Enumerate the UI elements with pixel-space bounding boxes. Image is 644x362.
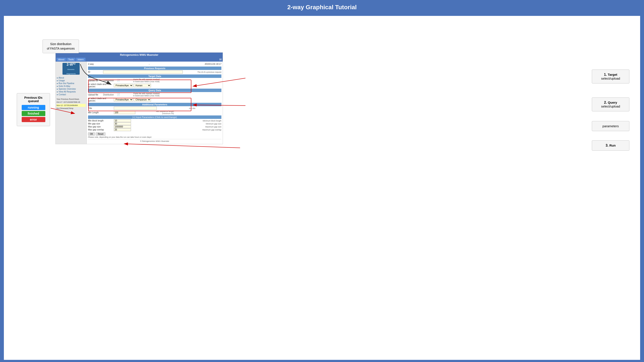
sidebar-species-overview[interactable]: Species Overview <box>56 87 86 90</box>
min-block-label: Min block length <box>88 119 114 122</box>
tooltip-size-distribution: Size distribution of FASTA sequences <box>42 39 79 53</box>
min-length-input[interactable] <box>114 111 135 114</box>
nav-tools[interactable]: Tools <box>66 58 76 61</box>
prev-run-1[interactable]: Oct-17: 1571332697898 Afr <box>56 101 80 103</box>
job-id: 2-way <box>88 63 94 65</box>
query-number: 2. <box>604 101 607 104</box>
target-sublabel: select/upload <box>601 77 620 80</box>
title-input[interactable] <box>114 107 157 110</box>
target-select-row: or select clade and species Primates/Ape… <box>88 83 222 88</box>
run-number: 3. <box>606 144 608 147</box>
webapp-title-bar: Retrogenomics WWU Muenster <box>56 52 223 57</box>
sidebar-about[interactable]: About <box>56 76 86 79</box>
additional-params-header: Additional Parameters <box>88 103 222 106</box>
target-file-icon[interactable]: 📄 <box>117 79 120 82</box>
min-block-right: Minimum block length <box>131 120 222 122</box>
title-row: Title Job title <box>88 107 222 110</box>
min-gap-input[interactable] <box>114 122 131 125</box>
max-gap-overlap-right: Maximum gap overlap <box>131 129 222 131</box>
page-title: 2-way Graphical Tutorial <box>0 4 644 11</box>
min-block-row: Min block length Minimum block length <box>88 119 222 122</box>
target-select-label: or select clade and species <box>88 83 114 88</box>
target-upload-right: Fasta file with repeats masked in lowerc… <box>121 78 160 83</box>
annotation-query: 2. Query select/upload <box>592 97 630 111</box>
query-file-icon[interactable]: 📄 <box>117 93 120 96</box>
prev-run-2[interactable]: Nov-12: 1573516496484 <box>56 104 86 107</box>
webapp-nav: About Tools Intern ✉ <box>56 57 223 62</box>
query-upload-type: Distribution <box>103 93 116 96</box>
min-length-row: Min Length Min sequence length (minimum … <box>88 110 222 115</box>
max-gap-overlap-label: Max gap overlap <box>88 128 114 131</box>
webapp-sidebar: 2-Way Genome- Alignments About Usage Run… <box>56 62 87 144</box>
email-icon[interactable]: ✉ <box>219 58 222 61</box>
query-upload-right: Fasta file with repeats masked in lowerc… <box>121 92 160 97</box>
max-gap-row: Max gap size Maximum gap size <box>88 125 222 128</box>
sidebar-usage[interactable]: Usage <box>56 79 86 82</box>
webapp-footer: © Retrogenomics WWU Muenster <box>88 139 222 143</box>
prev-runs-section: Your Previous Runs/Views Oct-17: 1571332… <box>56 98 86 110</box>
target-upload-type: Distribution <box>103 79 116 82</box>
job-sep: - <box>149 63 150 65</box>
max-gap-overlap-input[interactable] <box>114 128 131 131</box>
target-upload-row: Upload file Distribution 📄 Fasta file wi… <box>88 78 222 83</box>
query-sublabel: select/upload <box>601 104 620 108</box>
query-upload-label: Upload file <box>88 93 103 96</box>
annotation-run: 3. Run <box>592 140 630 151</box>
prev-requests-header: Previous Requests <box>88 66 222 70</box>
input-params-header[interactable]: [+] Input Parameters (Click to see/chang… <box>88 115 222 119</box>
target-number: 1. <box>604 73 607 76</box>
target-species-select[interactable]: Human <box>134 84 151 87</box>
query-data-header: Query Data <box>88 89 222 92</box>
sidebar-view-all[interactable]: View All Requests <box>56 90 86 93</box>
run-label: Run <box>610 144 616 147</box>
min-length-right: Min sequence length (minimum 50) <box>135 110 174 115</box>
nav-intern[interactable]: Intern <box>76 58 85 61</box>
target-upload-label: Upload file <box>88 79 103 82</box>
min-gap-label: Min gap size <box>88 122 114 125</box>
id-input[interactable] <box>103 70 183 74</box>
min-block-input[interactable] <box>114 119 131 122</box>
form-buttons: OK Reset <box>88 132 222 136</box>
tooltip-line2: of FASTA sequences <box>47 47 75 50</box>
webapp-main-panel: 2-way - 2019/11/16 18:17 Previous Reques… <box>87 62 223 144</box>
query-select-row: or select clade and species Primates/Ape… <box>88 97 222 102</box>
job-info-row: 2-way - 2019/11/16 18:17 <box>88 62 222 66</box>
sidebar-goto-nway[interactable]: Goto N-Way <box>56 85 86 87</box>
title-right: Job title <box>157 107 196 109</box>
job-timestamp: 2019/11/16 18:17 <box>205 63 222 65</box>
min-gap-row: Min gap size Minimum gap size <box>88 122 222 125</box>
status-finished: finished <box>22 111 45 116</box>
query-upload-row: Upload file Distribution 📄 Fasta file wi… <box>88 92 222 97</box>
reset-button[interactable]: Reset <box>96 132 105 136</box>
max-gap-input[interactable] <box>114 125 131 128</box>
target-label: Target <box>608 73 617 76</box>
webapp-title: Retrogenomics WWU Muenster <box>120 53 158 56</box>
sidebar-contact[interactable]: Contact <box>56 93 86 96</box>
prev-runs-label: Your Previous Runs/Views <box>56 98 86 101</box>
prev-ids-box: Previous IDs queued running finished err… <box>17 93 50 126</box>
prev-run-3[interactable]: Hs.Chinese&Chimp <box>56 107 74 109</box>
sidebar-run-pipeline[interactable]: Run the Pipeline <box>56 82 86 85</box>
id-right: The Id of a previous request <box>183 71 222 73</box>
status-running: running <box>22 105 45 110</box>
status-error: error <box>22 117 45 122</box>
id-label: ID <box>88 71 103 73</box>
ok-button[interactable]: OK <box>88 132 95 136</box>
tooltip-line1: Size distribution <box>50 42 72 46</box>
target-data-header: Target Data <box>88 74 222 78</box>
webapp-logo: 2-Way Genome- Alignments <box>62 63 80 75</box>
query-clade-select[interactable]: Primates/Apes <box>114 98 133 101</box>
params-label: parameters <box>602 124 619 128</box>
nav-about[interactable]: About <box>56 58 66 61</box>
target-clade-select[interactable]: Primates/Apes <box>114 84 133 87</box>
query-label: Query <box>608 101 617 104</box>
webapp-note: Please note, depending on your data the … <box>88 136 222 138</box>
annotation-target: 1. Target select/upload <box>592 69 630 83</box>
query-species-select[interactable]: Chimpanzee <box>134 98 151 101</box>
page-header: 2-way Graphical Tutorial <box>0 0 644 14</box>
min-length-label: Min Length <box>88 111 114 114</box>
max-gap-overlap-row: Max gap overlap Maximum gap overlap <box>88 128 222 131</box>
annotation-params: parameters <box>592 121 630 131</box>
query-select-label: or select clade and species <box>88 97 114 102</box>
min-gap-right: Minimum gap size <box>131 123 222 125</box>
